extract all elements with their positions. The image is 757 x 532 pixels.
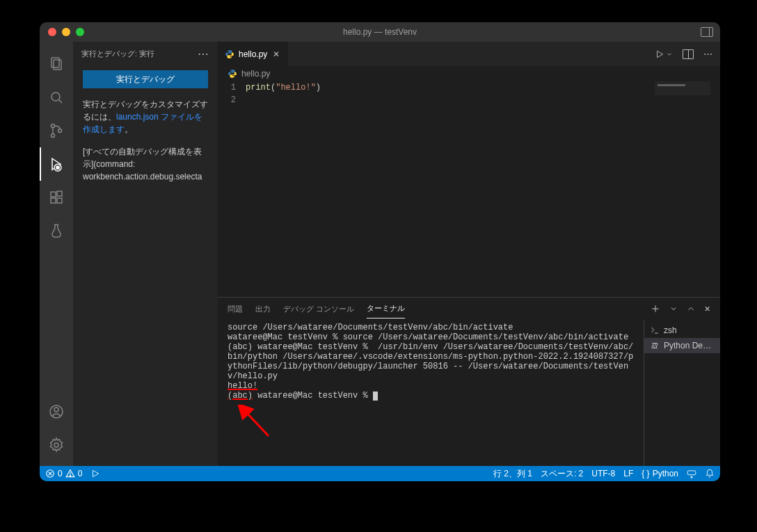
svg-marker-16 [658, 51, 663, 57]
code-line [246, 94, 321, 106]
terminal-item-python[interactable]: Python De… [644, 338, 720, 353]
panel-tab-problems[interactable]: 問題 [228, 300, 243, 319]
status-line-col[interactable]: 行 2、列 1 [493, 468, 532, 480]
customize-text-post: 。 [125, 124, 133, 134]
svg-point-36 [691, 476, 692, 478]
panel-tab-terminal[interactable]: ターミナル [367, 299, 405, 319]
main-area: 実行とデバッグ: 実行 ⋯ 実行とデバッグ 実行とデバッグをカスタマイズするには… [40, 42, 720, 466]
code-content: print("hello!") [246, 81, 321, 297]
activity-accounts[interactable] [40, 395, 73, 428]
editor-tabbar: hello.py ✕ ⋯ [218, 42, 720, 66]
vscode-window: hello.py — testVenv [40, 22, 720, 481]
svg-point-15 [54, 443, 58, 447]
terminal-line: source /Users/wataree/Documents/testVenv… [228, 323, 513, 332]
activity-bar [40, 42, 73, 466]
sidebar-run-debug: 実行とデバッグ: 実行 ⋯ 実行とデバッグ 実行とデバッグをカスタマイズするには… [73, 42, 218, 466]
run-and-debug-label: 実行とデバッグ [116, 74, 175, 86]
panel-tab-output[interactable]: 出力 [255, 300, 271, 319]
status-warnings-count: 0 [78, 469, 83, 478]
python-file-icon [225, 49, 234, 59]
svg-point-22 [652, 346, 655, 348]
breadcrumb[interactable]: hello.py [218, 66, 720, 81]
panel-tabs: 問題 出力 デバッグ コンソール ターミナル ✕ [218, 298, 720, 320]
panel-maximize-button[interactable] [686, 304, 696, 314]
terminal-output[interactable]: source /Users/wataree/Documents/testVenv… [218, 320, 644, 466]
terminal-cursor [373, 392, 378, 401]
svg-rect-0 [51, 58, 59, 67]
terminal-item-label: Python De… [664, 341, 711, 350]
svg-point-2 [51, 92, 60, 101]
svg-line-3 [59, 100, 63, 104]
svg-line-20 [246, 412, 269, 436]
titlebar-right [701, 27, 713, 37]
status-language-label: Python [653, 469, 678, 478]
new-terminal-button[interactable] [650, 303, 661, 314]
svg-point-32 [70, 475, 70, 476]
activity-search[interactable] [40, 81, 73, 114]
terminal-env-prefix: (abc) [228, 391, 253, 401]
token-string: "hello!" [276, 83, 316, 92]
run-and-debug-button[interactable]: 実行とデバッグ [83, 70, 208, 88]
activity-explorer[interactable] [40, 47, 73, 81]
activity-testing[interactable] [40, 214, 73, 248]
layout-toggle-icon[interactable] [701, 27, 713, 37]
minimap[interactable] [655, 81, 710, 95]
titlebar: hello.py — testVenv [40, 22, 720, 42]
terminal-dropdown-button[interactable] [669, 305, 678, 313]
svg-point-23 [655, 344, 658, 346]
braces-icon: { } [642, 469, 649, 478]
sidebar-header: 実行とデバッグ: 実行 ⋯ [73, 42, 218, 66]
sidebar-more-button[interactable]: ⋯ [198, 47, 209, 61]
terminal-hello-output: hello! [228, 381, 257, 391]
svg-point-4 [51, 124, 55, 128]
status-encoding[interactable]: UTF-8 [591, 469, 615, 478]
bottom-panel: 問題 出力 デバッグ コンソール ターミナル ✕ [218, 297, 720, 466]
status-notifications[interactable] [705, 469, 715, 478]
status-errors-count: 0 [58, 469, 63, 478]
svg-rect-10 [51, 198, 56, 203]
run-file-button[interactable] [655, 49, 673, 59]
panel-tab-debug-console[interactable]: デバッグ コンソール [283, 300, 354, 319]
editor-tab-actions: ⋯ [655, 42, 720, 66]
sidebar-title: 実行とデバッグ: 実行 [81, 49, 154, 59]
line-number: 1 [218, 81, 236, 94]
svg-rect-34 [687, 471, 696, 475]
editor-tab-hello-py[interactable]: hello.py ✕ [218, 42, 289, 66]
red-arrow-annotation [237, 405, 272, 440]
editor-group: hello.py ✕ ⋯ hello.py [218, 42, 720, 466]
activity-source-control[interactable] [40, 114, 73, 147]
breadcrumb-filename: hello.py [241, 69, 270, 79]
terminal-item-zsh[interactable]: zsh [644, 323, 720, 338]
token-function: print [246, 83, 271, 92]
terminal-line: (abc) wataree@Mac testVenv % /usr/bin/en… [228, 342, 633, 381]
panel-actions: ✕ [650, 303, 710, 314]
status-indentation[interactable]: スペース: 2 [541, 468, 583, 480]
activity-settings[interactable] [40, 428, 73, 462]
activity-bar-bottom [40, 395, 73, 466]
tab-close-button[interactable]: ✕ [271, 49, 281, 59]
split-editor-button[interactable] [683, 49, 694, 59]
sidebar-body: 実行とデバッグ 実行とデバッグをカスタマイズするには、launch.json フ… [73, 66, 218, 183]
line-number: 2 [218, 94, 236, 106]
breadcrumb-python-icon [228, 69, 237, 79]
svg-marker-33 [93, 470, 99, 476]
status-debug-indicator[interactable] [90, 469, 100, 478]
terminal-prompt-rest: wataree@Mac testVenv % [253, 391, 373, 401]
panel-close-button[interactable]: ✕ [704, 305, 710, 314]
status-language[interactable]: { } Python [642, 469, 678, 478]
code-editor[interactable]: 1 2 print("hello!") [218, 81, 720, 297]
activity-extensions[interactable] [40, 181, 73, 214]
terminal-list: zsh Python De… [644, 320, 720, 466]
status-errors[interactable]: 0 0 [45, 469, 82, 478]
window-title: hello.py — testVenv [40, 27, 720, 37]
status-eol[interactable]: LF [623, 469, 633, 478]
terminal-line: wataree@Mac testVenv % source /Users/wat… [228, 332, 628, 342]
code-line: print("hello!") [246, 81, 321, 94]
tab-filename: hello.py [239, 49, 267, 59]
editor-more-button[interactable]: ⋯ [703, 49, 713, 59]
panel-body: source /Users/wataree/Documents/testVenv… [218, 320, 720, 466]
activity-run-debug[interactable] [40, 147, 73, 181]
status-feedback[interactable] [687, 469, 696, 478]
svg-rect-9 [51, 192, 56, 197]
line-number-gutter: 1 2 [218, 81, 246, 297]
